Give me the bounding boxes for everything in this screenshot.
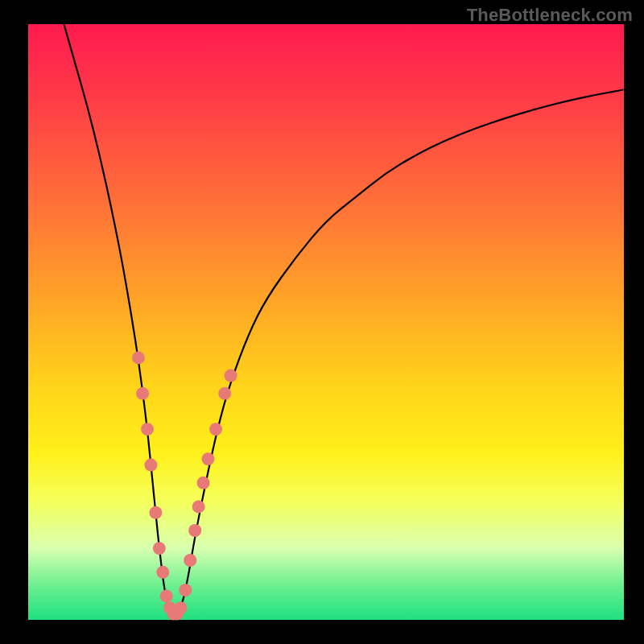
plot-area — [28, 24, 624, 620]
chart-container: TheBottleneck.com — [0, 0, 644, 644]
watermark-text: TheBottleneck.com — [467, 5, 633, 26]
